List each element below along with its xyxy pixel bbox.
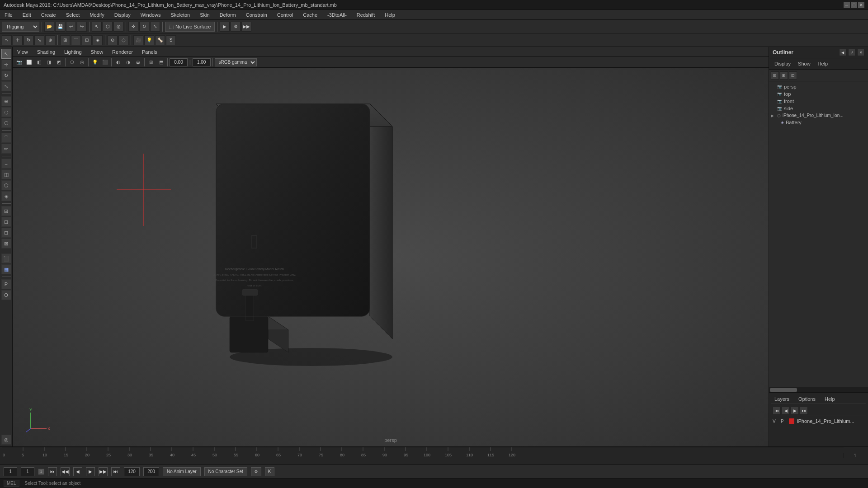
viewport-3d[interactable]:   Rechargeable Li-Ion Battery Model A2… [13, 68, 769, 446]
batch-render-button[interactable]: ▶▶ [241, 22, 251, 32]
lt-side-btn[interactable]: ◎ [1, 435, 11, 445]
outliner-item-persp[interactable]: 📷 persp [769, 83, 868, 90]
lt-persp-btn[interactable]: P [1, 279, 11, 289]
outliner-detach-btn[interactable]: ↗ [848, 49, 855, 56]
menu-select[interactable]: Select [64, 11, 82, 19]
sec-snap-surface-btn[interactable]: ◈ [93, 35, 103, 45]
outliner-scrollbar-h[interactable] [769, 387, 868, 392]
outliner-close-btn[interactable]: ✕ [857, 49, 864, 56]
tab-options[interactable]: Options [797, 395, 817, 403]
outliner-item-iphone-group[interactable]: ▶ ⬡ iPhone_14_Pro_Lithium_Ion... [769, 112, 868, 119]
character-set-selector[interactable]: No Character Set [204, 467, 247, 476]
lt-anim-layer-btn[interactable]: ⊟ [1, 228, 11, 238]
bc-keys-btn[interactable]: K [265, 467, 274, 476]
lt-ortho-btn[interactable]: O [1, 290, 11, 300]
vp-dof-btn[interactable]: ◒ [133, 58, 142, 66]
vp-colorspace-select[interactable]: sRGB gamma Linear [215, 58, 257, 66]
menu-display[interactable]: Display [113, 11, 132, 19]
script-mode-label[interactable]: MEL [4, 480, 19, 487]
play-back-btn[interactable]: ◀◀ [61, 467, 70, 476]
lt-curve-btn[interactable]: ⌣ [1, 159, 11, 169]
vp-wireframe-btn[interactable]: ⬜ [24, 58, 33, 66]
vp-menu-show[interactable]: Show [89, 48, 105, 56]
menu-help[interactable]: Help [383, 11, 397, 19]
timeline-ruler[interactable]: 0 5 10 15 20 25 30 35 40 45 50 55 60 [2, 447, 844, 465]
sec-select-btn[interactable]: ↖ [2, 35, 12, 45]
menu-skeleton[interactable]: Skeleton [169, 11, 192, 19]
layer-next-btn[interactable]: ▶ [791, 407, 799, 415]
sec-universal-btn[interactable]: ⊕ [45, 35, 55, 45]
vp-menu-renderer[interactable]: Renderer [110, 48, 135, 56]
range-end-input[interactable]: 120 [124, 467, 140, 476]
lasso-tool-button[interactable]: ⬡ [103, 22, 113, 32]
vp-shadow-btn[interactable]: ⬛ [100, 58, 109, 66]
open-file-button[interactable]: 📂 [44, 22, 54, 32]
layer-nav-start-btn[interactable]: ⏮ [773, 407, 781, 415]
menu-3dtall[interactable]: -3DtoAll- [326, 11, 349, 19]
step-back-btn[interactable]: ◀ [73, 467, 82, 476]
lt-paint-btn[interactable]: ✏ [1, 144, 11, 154]
vp-menu-shading[interactable]: Shading [35, 48, 57, 56]
sec-pivot-btn[interactable]: ⊙ [108, 35, 118, 45]
play-end-btn[interactable]: ⏭ [111, 467, 120, 476]
tab-help[interactable]: Help [816, 60, 830, 67]
menu-modify[interactable]: Modify [88, 11, 106, 19]
sec-snap-grid-btn[interactable]: ⊞ [60, 35, 70, 45]
menu-constrain[interactable]: Constrain [244, 11, 269, 19]
outliner-item-front[interactable]: 📷 front [769, 98, 868, 105]
redo-button[interactable]: ↪ [77, 22, 87, 32]
vp-select-camera-btn[interactable]: 📷 [14, 58, 24, 66]
menu-skin[interactable]: Skin [198, 11, 211, 19]
tab-layers[interactable]: Layers [773, 395, 791, 403]
sec-snap-point-btn[interactable]: ⊡ [82, 35, 92, 45]
mode-dropdown[interactable]: Rigging Animation Modeling [2, 22, 39, 32]
range-max-input[interactable]: 200 [143, 467, 159, 476]
lt-soft-btn[interactable]: ◌ [1, 107, 11, 117]
vp-flat-btn[interactable]: ◧ [34, 58, 43, 66]
lt-rotate-btn[interactable]: ↻ [1, 70, 11, 80]
menu-redshift[interactable]: Redshift [355, 11, 377, 19]
lt-select-btn[interactable]: ↖ [1, 49, 11, 59]
vp-smooth-wire-btn[interactable]: ◩ [54, 58, 63, 66]
sec-scale-btn[interactable]: ⤡ [34, 35, 44, 45]
vp-scale-input[interactable]: 1.00 [193, 58, 211, 66]
layer-row-iphone[interactable]: V P iPhone_14_Pro_Lithium... [771, 417, 866, 425]
vp-menu-lighting[interactable]: Lighting [62, 48, 84, 56]
tab-show[interactable]: Show [796, 60, 812, 67]
save-file-button[interactable]: 💾 [55, 22, 65, 32]
play-forward-fast-btn[interactable]: ▶▶ [99, 467, 108, 476]
outliner-select-all-btn[interactable]: ⊡ [789, 71, 797, 80]
lt-surface-btn[interactable]: ◫ [1, 169, 11, 179]
layer-prev-btn[interactable]: ◀ [782, 407, 790, 415]
play-forward-btn[interactable]: ▶ [86, 467, 95, 476]
outliner-expand-all-btn[interactable]: ⊞ [780, 71, 788, 80]
menu-windows[interactable]: Windows [139, 11, 163, 19]
viewport[interactable]: View Shading Lighting Show Renderer Pane… [13, 47, 769, 446]
sec-skin-btn[interactable]: S [166, 35, 176, 45]
lt-lasso-btn[interactable]: ⌒ [1, 133, 11, 143]
render-settings-button[interactable]: ⚙ [231, 22, 241, 32]
menu-file[interactable]: File [3, 11, 14, 19]
scale-tool-button[interactable]: ⤡ [150, 22, 160, 32]
sec-snap-curve-btn[interactable]: ⌒ [71, 35, 81, 45]
vp-gamma-input[interactable]: 0.00 [170, 58, 188, 66]
layer-end-btn[interactable]: ⏭ [800, 407, 808, 415]
lt-render-layer-btn[interactable]: ⊠ [1, 239, 11, 249]
close-button[interactable]: ✕ [858, 2, 864, 8]
bc-settings-btn[interactable]: ⚙ [251, 467, 261, 476]
menu-edit[interactable]: Edit [21, 11, 33, 19]
outliner-item-top[interactable]: 📷 top [769, 90, 868, 98]
vp-display-quality-btn[interactable]: ◐ [113, 58, 123, 66]
sec-camera-btn[interactable]: 🎥 [133, 35, 143, 45]
sec-soft-mod-btn[interactable]: ◌ [118, 35, 128, 45]
lt-show-manip-btn[interactable]: ⬡ [1, 118, 11, 128]
vp-lighting-btn[interactable]: 💡 [90, 58, 99, 66]
sec-move-btn[interactable]: ✛ [13, 35, 23, 45]
paint-select-button[interactable]: ◎ [113, 22, 123, 32]
lt-polygon-btn[interactable]: ⬠ [1, 180, 11, 190]
menu-deform[interactable]: Deform [218, 11, 238, 19]
sec-light-btn[interactable]: 💡 [144, 35, 154, 45]
menu-control[interactable]: Control [275, 11, 295, 19]
live-surface-button[interactable]: ⬚ No Live Surface [165, 22, 215, 32]
frame-current-input[interactable]: 1 [21, 467, 34, 476]
